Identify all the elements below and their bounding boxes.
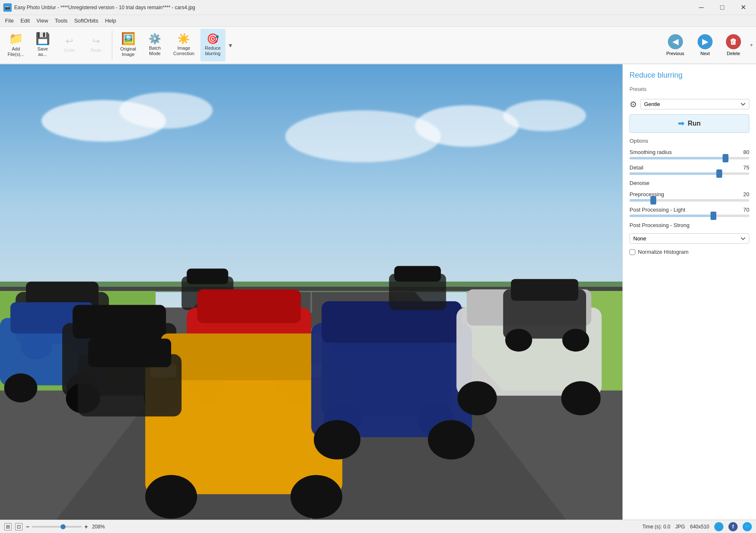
right-panel: Reduce blurring Presets ⚙ Gentle Moderat… xyxy=(622,64,756,520)
time-label: Time (s): 0.0 xyxy=(642,524,670,530)
svg-point-3 xyxy=(285,111,441,162)
preprocessing-label: Preprocessing xyxy=(630,191,664,197)
title-bar-text: Easy Photo Unblur - ****Unregistered ver… xyxy=(14,5,692,10)
detail-header: Detail 75 xyxy=(630,164,749,171)
close-button[interactable]: ✕ xyxy=(733,1,753,14)
next-icon: ▶ xyxy=(698,34,713,49)
toolbar: 📁 AddFile(s)... 💾 Saveas... ↩ Undo ↪ Red… xyxy=(0,27,756,64)
smoothing-radius-slider[interactable] xyxy=(630,157,749,159)
zoom-minus-icon[interactable]: − xyxy=(26,523,29,530)
post-light-label: Post Processing - Light xyxy=(630,207,685,213)
title-bar: 📷 Easy Photo Unblur - ****Unregistered v… xyxy=(0,0,756,15)
presets-label: Presets xyxy=(630,86,749,92)
preset-row: ⚙ Gentle Moderate Strong Custom xyxy=(630,99,749,109)
presets-select[interactable]: Gentle Moderate Strong Custom xyxy=(640,99,749,109)
menu-help[interactable]: Help xyxy=(101,16,119,25)
main-content: Reduce blurring Presets ⚙ Gentle Moderat… xyxy=(0,64,756,520)
preprocessing-thumb[interactable] xyxy=(650,196,656,205)
detail-value: 75 xyxy=(743,164,749,171)
reduce-blurring-label: Reduceblurring xyxy=(205,45,221,56)
preprocessing-slider[interactable] xyxy=(630,199,749,202)
svg-point-19 xyxy=(4,374,38,403)
facebook-icon[interactable]: f xyxy=(728,522,738,531)
post-strong-label: Post Processing - Strong xyxy=(630,222,749,228)
menu-file[interactable]: File xyxy=(2,16,17,25)
preprocessing-header: Preprocessing 20 xyxy=(630,191,749,197)
svg-rect-52 xyxy=(511,279,579,301)
menu-view[interactable]: View xyxy=(33,16,51,25)
toolbar-more-btn[interactable]: ▾ xyxy=(227,40,234,51)
menu-softorbits[interactable]: SoftOrbits xyxy=(71,16,102,25)
run-button[interactable]: ➡ Run xyxy=(630,114,749,133)
next-button[interactable]: ▶ Next xyxy=(692,29,718,61)
add-label: AddFile(s)... xyxy=(8,46,24,57)
original-image-label: OriginalImage xyxy=(120,46,136,57)
batch-mode-button[interactable]: ⚙️ BatchMode xyxy=(142,29,167,61)
post-light-header: Post Processing - Light 70 xyxy=(630,207,749,213)
prev-button[interactable]: ◀ Previous xyxy=(660,29,690,61)
post-light-row: Post Processing - Light 70 xyxy=(630,207,749,217)
toolbar-sep-1 xyxy=(112,30,112,60)
save-as-button[interactable]: 💾 Saveas... xyxy=(30,29,55,61)
svg-point-33 xyxy=(145,475,197,518)
image-correction-label: ImageCorrection xyxy=(173,45,195,56)
post-light-thumb[interactable] xyxy=(710,212,716,220)
original-image-button[interactable]: 🖼️ OriginalImage xyxy=(116,29,141,61)
post-light-slider[interactable] xyxy=(630,215,749,217)
svg-point-54 xyxy=(562,329,589,352)
web-icon[interactable]: 🌐 xyxy=(714,522,723,531)
status-left: ⊞ ⊡ − + 208% xyxy=(4,523,636,530)
denoise-label: Denoise xyxy=(630,180,749,186)
svg-rect-22 xyxy=(73,305,166,339)
zoom-thumb[interactable] xyxy=(61,524,66,529)
detail-label: Detail xyxy=(630,164,643,171)
svg-point-2 xyxy=(119,92,213,129)
image-area xyxy=(0,64,622,520)
minimize-button[interactable]: ─ xyxy=(692,1,711,14)
svg-rect-32 xyxy=(161,333,327,380)
fit-view-icon[interactable]: ⊞ xyxy=(4,523,12,530)
detail-thumb[interactable] xyxy=(716,169,722,178)
menu-tools[interactable]: Tools xyxy=(51,16,71,25)
svg-point-34 xyxy=(291,475,342,518)
toolbar-scroll-arrow[interactable]: ▾ xyxy=(750,42,753,48)
undo-button[interactable]: ↩ Undo xyxy=(57,29,82,61)
normalize-checkbox[interactable] xyxy=(630,249,635,255)
run-label: Run xyxy=(688,120,700,127)
svg-point-49 xyxy=(458,381,497,415)
delete-label: Delete xyxy=(727,51,740,56)
prev-label: Previous xyxy=(666,51,684,56)
zoom-plus-icon[interactable]: + xyxy=(84,523,88,530)
add-icon: 📁 xyxy=(9,33,23,45)
zoom-slider[interactable] xyxy=(32,526,82,528)
svg-point-4 xyxy=(415,105,519,147)
image-correction-button[interactable]: ☀️ ImageCorrection xyxy=(169,29,199,61)
reduce-blurring-button[interactable]: 🎯 Reduceblurring xyxy=(200,29,225,61)
twitter-icon[interactable]: 🐦 xyxy=(743,522,752,531)
menu-edit[interactable]: Edit xyxy=(17,16,33,25)
title-bar-controls: ─ □ ✕ xyxy=(692,1,753,14)
smoothing-radius-fill xyxy=(630,157,726,159)
delete-button[interactable]: 🗑 Delete xyxy=(720,29,747,61)
detail-slider[interactable] xyxy=(630,172,749,175)
add-files-button[interactable]: 📁 AddFile(s)... xyxy=(3,29,28,61)
detail-row: Detail 75 xyxy=(630,164,749,175)
post-light-value: 70 xyxy=(743,207,749,213)
redo-icon: ↪ xyxy=(92,37,100,46)
svg-rect-26 xyxy=(187,269,228,284)
post-strong-select[interactable]: None Light Medium Strong xyxy=(630,233,749,244)
reduce-blurring-icon: 🎯 xyxy=(207,34,219,44)
normalize-label: Normalize Histogram xyxy=(638,249,688,255)
actual-size-icon[interactable]: ⊡ xyxy=(15,523,23,530)
preprocessing-fill xyxy=(630,199,653,202)
svg-point-46 xyxy=(428,420,475,459)
next-label: Next xyxy=(700,51,710,56)
file-format: JPG xyxy=(675,524,685,530)
svg-point-45 xyxy=(314,420,361,459)
smoothing-radius-value: 80 xyxy=(743,149,749,155)
maximize-button[interactable]: □ xyxy=(713,1,732,14)
smoothing-radius-thumb[interactable] xyxy=(723,154,728,162)
file-dimensions: 640x510 xyxy=(690,524,709,530)
redo-button[interactable]: ↪ Redo xyxy=(83,29,109,61)
svg-rect-56 xyxy=(394,266,441,281)
